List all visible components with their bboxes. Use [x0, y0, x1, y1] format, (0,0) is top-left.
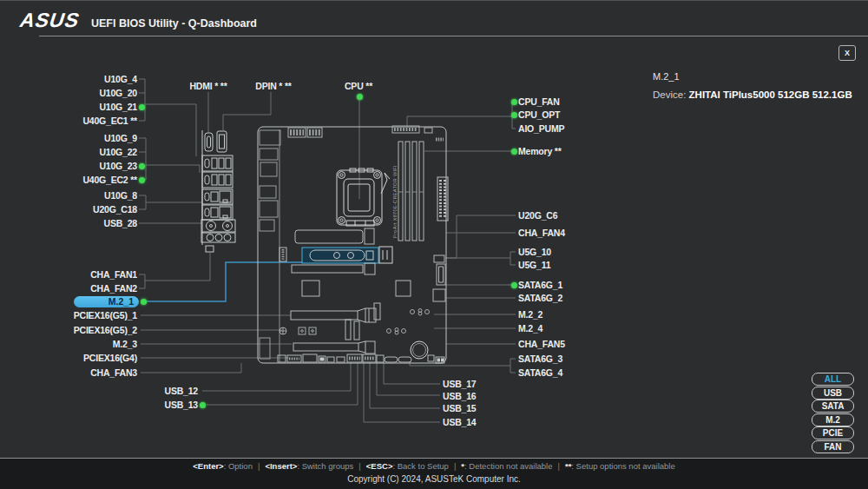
port-label-u40g-ec1[interactable]: U40G_EC1 **	[82, 115, 137, 127]
port-label-usb-28[interactable]: USB_28	[104, 217, 138, 229]
hotkey-key: <Enter>	[193, 461, 223, 471]
port-label-u20g-c6[interactable]: U20G_C6	[518, 209, 557, 221]
filter-button-fan[interactable]: FAN	[812, 440, 854, 453]
status-dot	[511, 99, 517, 105]
port-label-pciex16-g4[interactable]: PCIEX16(G4)	[83, 352, 137, 364]
port-label-u20g-c18[interactable]: U20G_C18	[93, 203, 137, 215]
vrm-blocks	[260, 130, 280, 359]
port-label-cha-fan4[interactable]: CHA_FAN4	[518, 227, 565, 239]
chipset-2	[396, 281, 411, 296]
status-dot	[511, 282, 517, 288]
m2-top-slot	[295, 230, 363, 243]
hotkey-description: : Option	[224, 461, 253, 471]
hotkey-description: : Back to Setup	[392, 461, 448, 471]
status-dot	[139, 177, 145, 183]
footer-bar: <Enter>: Option|<Insert>: Switch groups|…	[0, 459, 868, 489]
port-label-dpin[interactable]: DPIN * **	[255, 80, 291, 92]
port-label-u10g-23[interactable]: U10G_23	[99, 160, 137, 172]
status-dot	[511, 112, 517, 118]
right-edge-headers	[433, 255, 445, 301]
hotkey-separator: |	[353, 461, 365, 471]
status-dot	[139, 104, 145, 110]
port-label-pciex16-g5-2[interactable]: PCIEX16(G5)_2	[74, 324, 137, 336]
port-label-aio-pump[interactable]: AIO_PUMP	[518, 122, 564, 135]
cmos-battery	[411, 341, 428, 359]
port-label-sata6g-2[interactable]: SATA6G_2	[518, 292, 562, 304]
hotkey-separator: |	[253, 461, 265, 471]
port-label-u10g-20[interactable]: U10G_20	[99, 87, 137, 99]
hotkey-description: : Detection not available	[464, 461, 552, 471]
filter-button-usb[interactable]: USB	[812, 387, 854, 400]
hotkey-key: <ESC>	[366, 461, 393, 471]
chipset-1	[302, 281, 319, 296]
port-label-m-2-4[interactable]: M.2_4	[518, 322, 542, 334]
port-label-sata6g-4[interactable]: SATA6G_4	[518, 367, 562, 379]
status-dot	[200, 402, 206, 408]
hotkey-separator: |	[552, 461, 564, 471]
port-label-cpu-fan[interactable]: CPU_FAN	[518, 96, 560, 108]
filter-button-sata[interactable]: SATA	[812, 400, 854, 413]
port-label-usb-13[interactable]: USB_13	[165, 399, 199, 411]
port-label-u10g-21[interactable]: U10G_21	[99, 101, 137, 113]
status-dot	[511, 149, 517, 155]
copyright-text: Copyright (C) 2024, ASUSTeK Computer Inc…	[0, 474, 868, 484]
port-label-usb-17[interactable]: USB_17	[443, 378, 477, 390]
port-label-usb-16[interactable]: USB_16	[443, 390, 477, 402]
port-label-u5g-10[interactable]: U5G_10	[518, 246, 551, 258]
port-label-pciex16-g5-1[interactable]: PCIEX16(G5)_1	[74, 309, 137, 321]
cpu-socket	[337, 169, 390, 226]
port-label-cha-fan3[interactable]: CHA_FAN3	[90, 367, 137, 379]
cha-fan-header	[206, 246, 214, 252]
filter-button-pcie[interactable]: PCIE	[812, 426, 854, 439]
port-label-cha-fan5[interactable]: CHA_FAN5	[518, 338, 565, 350]
hotkey-key: <Insert>	[265, 461, 297, 471]
m2-slot-2	[292, 265, 363, 273]
port-label-u10g-4[interactable]: U10G_4	[104, 73, 137, 85]
board-outline	[258, 127, 446, 363]
port-label-m-2-1[interactable]: M.2_1	[74, 296, 139, 307]
status-dot	[141, 299, 147, 305]
port-label-usb-12[interactable]: USB_12	[165, 385, 199, 397]
hotkey-legend: <Enter>: Option|<Insert>: Switch groups|…	[0, 461, 868, 471]
m2-1-slot-highlighted	[302, 247, 392, 263]
port-label-m-2-2[interactable]: M.2_2	[518, 308, 542, 320]
port-label-cha-fan2[interactable]: CHA_FAN2	[90, 282, 137, 294]
port-label-u10g-22[interactable]: U10G_22	[99, 146, 137, 158]
filter-button-m-2[interactable]: M.2	[812, 413, 854, 426]
m2-1-highlight-trace	[142, 262, 302, 301]
port-label-u5g-11[interactable]: U5G_11	[518, 259, 550, 271]
port-label-cpu-opt[interactable]: CPU_OPT	[518, 109, 560, 121]
port-label-cha-fan1[interactable]: CHA_FAN1	[90, 268, 137, 281]
port-label-u10g-9[interactable]: U10G_9	[104, 132, 137, 144]
hotkey-separator: |	[449, 461, 461, 471]
port-label-u40g-ec2[interactable]: U40G_EC2 **	[82, 174, 137, 186]
port-label-cpu[interactable]: CPU **	[345, 80, 372, 92]
hotkey-description: : Switch groups	[297, 461, 353, 471]
hotkey-description: : Setup options not available	[571, 461, 674, 471]
status-dot	[357, 94, 363, 100]
port-label-sata6g-1[interactable]: SATA6G_1	[518, 279, 562, 291]
board-name: ProArt X870E-CREATOR WIFI	[392, 165, 398, 238]
q-dashboard-screen: ASUS UEFI BIOS Utility - Q-Dashboard X M…	[0, 0, 868, 489]
port-label-usb-15[interactable]: USB_15	[443, 402, 477, 414]
status-dot	[139, 163, 145, 169]
port-label-hdmi[interactable]: HDMI * **	[189, 80, 227, 92]
port-label-u10g-8[interactable]: U10G_8	[104, 189, 137, 202]
top-edge-headers	[288, 126, 444, 140]
port-label-memory[interactable]: Memory **	[518, 145, 562, 157]
rear-io-ports	[201, 130, 235, 252]
port-label-usb-14[interactable]: USB_14	[443, 416, 477, 428]
filter-button-all[interactable]: ALL	[812, 373, 854, 386]
port-label-sata6g-3[interactable]: SATA6G_3	[518, 353, 562, 365]
port-label-m-2-3[interactable]: M.2_3	[113, 338, 137, 350]
ram-slots	[398, 142, 424, 241]
